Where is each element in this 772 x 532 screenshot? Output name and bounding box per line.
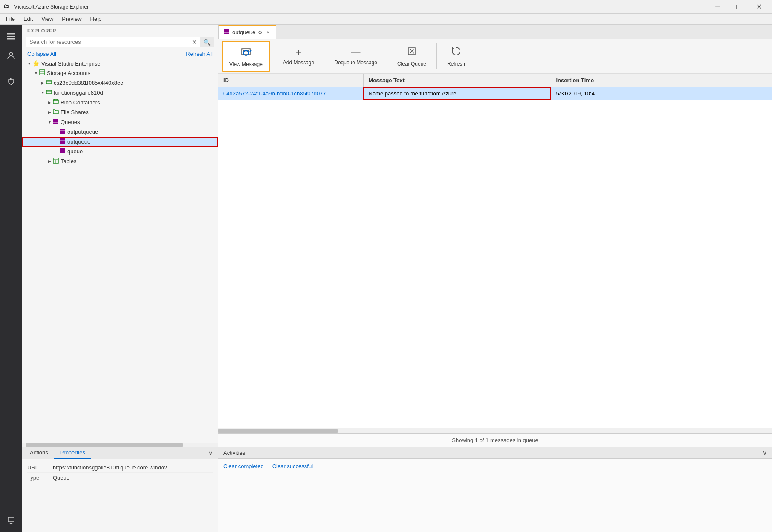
tab-close-button[interactable]: × xyxy=(265,29,271,36)
svg-rect-33 xyxy=(64,132,65,134)
svg-rect-10 xyxy=(46,81,52,84)
user-icon[interactable] xyxy=(3,47,20,64)
table-container[interactable]: ID Message Text Insertion Time 04d2a572-… xyxy=(218,74,772,428)
search-clear-button[interactable]: ✕ xyxy=(189,38,200,46)
menu-file[interactable]: File xyxy=(2,15,19,23)
tree-item-queues[interactable]: ▾ Queues xyxy=(22,117,218,127)
cell-id: 04d2a572-24f1-4a9b-bdb0-1cb85f07d077 xyxy=(218,87,363,100)
tab-outqueue[interactable]: outqueue ⚙ × xyxy=(218,25,276,39)
collapse-all-link[interactable]: Collapse All xyxy=(27,51,56,57)
svg-rect-60 xyxy=(228,31,229,33)
prop-row-url: URL https://functionsggaile810d.queue.co… xyxy=(27,463,213,473)
tree-item-account2[interactable]: ▾ functionsggaile810d xyxy=(22,88,218,98)
svg-rect-42 xyxy=(64,142,65,144)
menu-preview[interactable]: Preview xyxy=(58,15,86,23)
menu-edit[interactable]: Edit xyxy=(19,15,37,23)
tree-item-queue[interactable]: ▶ queue xyxy=(22,147,218,156)
table-horizontal-scrollbar[interactable] xyxy=(218,428,772,433)
minimize-button[interactable]: ─ xyxy=(708,0,728,14)
menu-help[interactable]: Help xyxy=(86,15,106,23)
tree-horizontal-scrollbar[interactable] xyxy=(22,443,218,447)
tree-item-visual-studio[interactable]: ▾ ⭐ Visual Studio Enterprise xyxy=(22,59,218,68)
search-button[interactable]: 🔍 xyxy=(200,37,214,47)
tree-item-outqueue[interactable]: ▶ outqueue xyxy=(22,137,218,147)
svg-rect-46 xyxy=(60,150,62,152)
prop-val-url: https://functionsggaile810d.queue.core.w… xyxy=(53,464,167,471)
svg-rect-55 xyxy=(224,29,226,31)
svg-rect-35 xyxy=(62,138,64,140)
col-id: ID xyxy=(218,74,363,87)
add-message-label: Add Message xyxy=(283,60,314,66)
svg-rect-37 xyxy=(60,141,62,142)
tree-item-tables[interactable]: ▶ Tables xyxy=(22,156,218,166)
plug-icon[interactable] xyxy=(3,72,20,89)
expand-arrow-account1: ▶ xyxy=(39,80,46,86)
svg-rect-0 xyxy=(7,33,15,35)
explorer-actions: Collapse All Refresh All xyxy=(22,49,218,59)
svg-point-3 xyxy=(9,52,13,56)
activities-header: Activities ∨ xyxy=(218,447,772,459)
svg-rect-57 xyxy=(228,29,229,31)
maximize-button[interactable]: □ xyxy=(729,0,748,14)
view-message-icon xyxy=(240,45,252,60)
tree-label-account1: cs23e9dd381f085x4f40x8ec xyxy=(54,80,123,86)
tree-container[interactable]: ▾ ⭐ Visual Studio Enterprise ▾ Storage A… xyxy=(22,59,218,443)
svg-rect-31 xyxy=(60,132,62,134)
svg-rect-2 xyxy=(7,38,15,40)
tree-label-blob: Blob Containers xyxy=(61,99,100,106)
activities-collapse-button[interactable]: ∨ xyxy=(763,449,767,456)
dequeue-message-button[interactable]: — Dequeue Message xyxy=(327,41,385,72)
tree-item-account1[interactable]: ▶ cs23e9dd381f085x4f40x8ec xyxy=(22,78,218,88)
svg-rect-40 xyxy=(60,142,62,144)
tab-loading-icon: ⚙ xyxy=(258,29,263,35)
sidebar-icons xyxy=(0,25,22,532)
expand-arrow-storage: ▾ xyxy=(32,70,39,77)
tree-item-file-shares[interactable]: ▶ File Shares xyxy=(22,107,218,117)
svg-rect-59 xyxy=(226,31,228,33)
toolbar-sep4 xyxy=(436,43,437,69)
hamburger-menu-icon[interactable] xyxy=(3,28,20,45)
activities-title: Activities xyxy=(223,450,245,456)
cell-message-text: Name passed to the function: Azure xyxy=(363,87,551,100)
refresh-button[interactable]: Refresh xyxy=(439,41,473,72)
messages-table: ID Message Text Insertion Time 04d2a572-… xyxy=(218,74,772,100)
clear-queue-button[interactable]: Clear Queue xyxy=(390,41,434,72)
svg-rect-17 xyxy=(55,119,57,121)
svg-rect-38 xyxy=(62,141,64,142)
app-icon: 🗂 xyxy=(3,3,11,11)
svg-rect-45 xyxy=(64,148,65,150)
status-bar: Showing 1 of 1 messages in queue xyxy=(218,433,772,447)
explorer-header: EXPLORER xyxy=(22,25,218,35)
svg-rect-30 xyxy=(64,131,65,132)
svg-rect-22 xyxy=(53,123,55,124)
tree-label-account2: functionsggaile810d xyxy=(54,89,103,96)
close-button[interactable]: ✕ xyxy=(749,0,769,14)
tree-label-tables: Tables xyxy=(61,158,77,164)
clear-queue-icon xyxy=(406,46,417,59)
feedback-icon[interactable] xyxy=(3,512,20,529)
svg-rect-32 xyxy=(62,132,64,134)
tab-actions[interactable]: Actions xyxy=(24,447,54,459)
clear-successful-link[interactable]: Clear successful xyxy=(272,463,313,469)
tree-label-files: File Shares xyxy=(61,109,89,115)
tab-properties[interactable]: Properties xyxy=(54,447,91,459)
table-row[interactable]: 04d2a572-24f1-4a9b-bdb0-1cb85f07d077 Nam… xyxy=(218,87,772,100)
svg-rect-48 xyxy=(64,150,65,152)
activities-panel: Activities ∨ Clear completed Clear succe… xyxy=(218,447,772,532)
svg-rect-12 xyxy=(46,90,52,94)
refresh-icon xyxy=(451,46,462,59)
add-message-button[interactable]: + Add Message xyxy=(276,41,321,72)
refresh-all-link[interactable]: Refresh All xyxy=(186,51,213,57)
menu-view[interactable]: View xyxy=(37,15,58,23)
view-message-button[interactable]: View Message xyxy=(222,41,270,72)
clear-completed-link[interactable]: Clear completed xyxy=(223,463,264,469)
tree-item-storage-accounts[interactable]: ▾ Storage Accounts xyxy=(22,68,218,78)
tree-label-queue: queue xyxy=(67,148,83,155)
search-input[interactable] xyxy=(26,37,189,47)
tree-item-outputqueue[interactable]: ▶ outputqueue xyxy=(22,127,218,137)
tab-queue-icon xyxy=(224,29,230,36)
panel-collapse-button[interactable]: ∨ xyxy=(205,448,216,458)
tree-item-blob-containers[interactable]: ▶ Blob Containers xyxy=(22,98,218,107)
svg-rect-47 xyxy=(62,150,64,152)
view-message-label: View Message xyxy=(229,61,263,67)
